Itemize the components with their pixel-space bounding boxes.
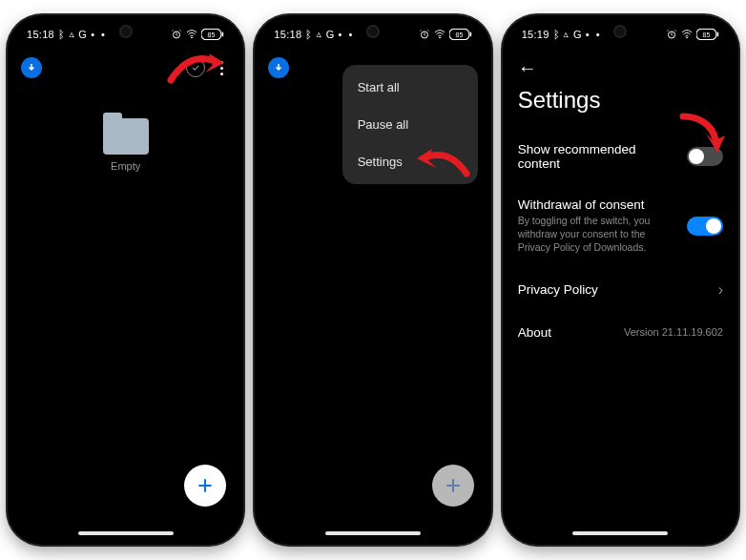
phone-frame-1: 15:18 ᛒ ∡ G • • 85 Empty [8, 15, 243, 545]
row-sublabel: By toggling off the switch, you withdraw… [518, 214, 677, 255]
svg-text:85: 85 [455, 31, 463, 38]
about-version: Version 21.11.19.602 [624, 326, 723, 338]
select-all-icon[interactable] [186, 58, 205, 77]
status-right: 85 [171, 29, 224, 40]
alarm-icon [171, 29, 182, 40]
status-flags: ᛒ ∡ G [553, 29, 582, 40]
wifi-icon [433, 29, 446, 40]
download-chip-icon[interactable] [268, 57, 289, 78]
camera-notch [613, 25, 627, 38]
fab-add-button[interactable] [184, 465, 226, 507]
svg-text:85: 85 [702, 31, 710, 38]
camera-notch [119, 25, 133, 38]
folder-label: Empty [8, 160, 243, 172]
status-right: 85 [419, 29, 472, 40]
svg-rect-3 [222, 32, 224, 37]
status-time: 15:18 [27, 29, 54, 40]
overflow-menu: Start all Pause all Settings [342, 65, 478, 184]
alarm-icon [419, 29, 430, 40]
camera-notch [366, 25, 380, 38]
battery-icon: 85 [449, 29, 472, 40]
svg-text:85: 85 [208, 31, 216, 38]
status-flags: ᛒ ∡ G [305, 29, 334, 40]
gesture-bar[interactable] [572, 531, 668, 535]
page-title: Settings [503, 83, 738, 129]
gesture-bar[interactable] [78, 531, 174, 535]
folder-empty[interactable]: Empty [8, 118, 243, 172]
menu-settings[interactable]: Settings [342, 143, 478, 180]
status-time: 15:18 [274, 29, 301, 40]
row-label: Withdrawal of consent [518, 197, 677, 212]
row-privacy-policy[interactable]: Privacy Policy › [503, 268, 738, 312]
back-arrow-icon[interactable]: ← [518, 57, 537, 78]
menu-start-all[interactable]: Start all [342, 69, 478, 106]
svg-rect-13 [717, 32, 719, 37]
row-withdraw-consent[interactable]: Withdrawal of consent By toggling off th… [503, 184, 738, 268]
fab-add-button[interactable] [432, 465, 474, 507]
battery-icon: 85 [696, 29, 719, 40]
download-chip-icon[interactable] [21, 57, 42, 78]
row-label: Privacy Policy [518, 282, 709, 297]
gesture-bar[interactable] [325, 531, 421, 535]
toggle-withdraw-consent[interactable] [687, 217, 723, 236]
wifi-icon [680, 29, 694, 40]
alarm-icon [666, 29, 677, 40]
toggle-show-recommended[interactable] [687, 147, 723, 166]
svg-rect-8 [469, 32, 471, 37]
row-label: About [518, 325, 614, 340]
menu-pause-all[interactable]: Pause all [342, 106, 478, 143]
row-about[interactable]: About Version 21.11.19.602 [503, 312, 738, 353]
row-show-recommended[interactable]: Show recommended content [503, 129, 738, 184]
status-time: 15:19 [522, 29, 549, 40]
overflow-menu-icon[interactable] [213, 61, 230, 75]
phone-frame-3: 15:19 ᛒ ∡ G • • 85 ← Settings Show recom… [503, 15, 738, 545]
svg-point-11 [686, 37, 687, 38]
battery-icon: 85 [201, 29, 224, 40]
chevron-right-icon: › [718, 281, 723, 299]
svg-point-6 [439, 37, 440, 38]
status-dots: • • [91, 29, 107, 40]
phone-frame-2: 15:18 ᛒ ∡ G • • 85 Emp Start all Pause a… [255, 15, 490, 545]
svg-point-1 [192, 37, 193, 38]
status-dots: • • [339, 29, 355, 40]
folder-icon [103, 118, 149, 155]
status-flags: ᛒ ∡ G [58, 29, 87, 40]
status-right: 85 [666, 29, 719, 40]
row-label: Show recommended content [518, 142, 677, 171]
wifi-icon [185, 29, 198, 40]
status-dots: • • [586, 29, 602, 40]
